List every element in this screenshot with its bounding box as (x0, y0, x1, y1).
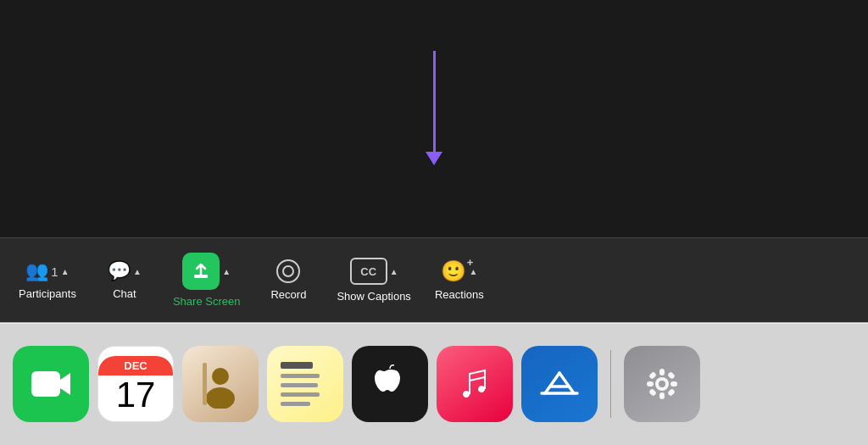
svg-rect-18 (648, 388, 657, 397)
svg-marker-2 (60, 373, 70, 395)
svg-rect-14 (647, 381, 654, 387)
arrow-annotation (426, 51, 442, 165)
dock-icon-contacts[interactable] (182, 346, 259, 422)
svg-point-11 (659, 381, 665, 387)
show-captions-label: Show Captions (337, 290, 410, 303)
record-icon (276, 259, 300, 283)
svg-rect-0 (194, 275, 208, 278)
system-preferences-icon (638, 360, 686, 408)
share-screen-chevron: ▲ (222, 267, 231, 276)
toolbar-item-share-screen[interactable]: ▲ Share Screen (163, 246, 251, 314)
cc-icon: CC (350, 258, 387, 285)
svg-rect-15 (670, 381, 677, 387)
record-icon-area (276, 259, 300, 283)
svg-rect-19 (667, 388, 676, 397)
dock-icon-notes[interactable] (267, 346, 343, 422)
reactions-label: Reactions (435, 288, 484, 301)
reactions-icon: 🙂 (441, 259, 466, 282)
arrow-line (433, 51, 436, 153)
notes-content (274, 355, 337, 413)
notes-line-5 (281, 402, 310, 406)
share-screen-button[interactable] (182, 253, 220, 290)
calendar-date: 17 (116, 377, 156, 413)
svg-point-3 (212, 368, 229, 385)
arrow-head (426, 152, 442, 165)
share-screen-icon (192, 262, 210, 281)
apple-tv-icon (369, 363, 411, 405)
svg-rect-13 (659, 392, 665, 399)
svg-rect-17 (667, 371, 676, 380)
notes-line-2 (281, 374, 320, 378)
dock-icon-apple-tv[interactable] (352, 346, 428, 422)
participants-icon: 👥 (25, 260, 48, 282)
dock-icon-app-store[interactable] (521, 346, 598, 422)
dock-icon-music[interactable] (437, 346, 513, 422)
notes-line-3 (281, 383, 318, 387)
svg-point-4 (206, 387, 235, 409)
share-screen-icon-area: ▲ (182, 253, 231, 290)
share-screen-label: Share Screen (173, 295, 241, 308)
svg-rect-12 (659, 369, 665, 375)
notes-line-1 (281, 362, 313, 369)
app-store-icon (537, 361, 582, 407)
music-icon (453, 362, 497, 406)
contacts-icon (196, 359, 245, 409)
reactions-icon-wrapper: 🙂 + (441, 259, 466, 283)
svg-rect-5 (203, 363, 207, 405)
toolbar: 👥 1 ▲ Participants 💬 ▲ Chat ▲ Share Scre… (0, 237, 868, 322)
chat-icon-area: 💬 ▲ (108, 260, 142, 282)
dock-icon-system-preferences[interactable] (624, 346, 700, 422)
record-inner-circle (282, 265, 294, 277)
svg-rect-1 (31, 371, 60, 397)
record-label: Record (270, 288, 306, 301)
participants-icon-area: 👥 1 ▲ (25, 260, 69, 282)
chat-chevron: ▲ (133, 267, 142, 276)
svg-line-6 (545, 373, 559, 393)
toolbar-item-participants[interactable]: 👥 1 ▲ Participants (8, 253, 86, 307)
show-captions-icon-area: CC ▲ (350, 258, 398, 285)
participants-badge: 1 (51, 264, 58, 279)
show-captions-chevron: ▲ (390, 267, 398, 276)
notes-line-4 (281, 392, 320, 397)
participants-chevron: ▲ (61, 267, 70, 276)
dock: DEC 17 (0, 322, 868, 445)
participants-label: Participants (19, 287, 76, 300)
toolbar-item-record[interactable]: Record (250, 253, 326, 308)
video-area (0, 0, 868, 237)
dock-icon-calendar[interactable]: DEC 17 (97, 346, 174, 422)
dock-icon-facetime[interactable] (13, 346, 89, 422)
svg-line-7 (559, 373, 574, 393)
facetime-icon (28, 361, 74, 407)
toolbar-item-show-captions[interactable]: CC ▲ Show Captions (326, 251, 420, 309)
toolbar-item-reactions[interactable]: 🙂 + ▲ Reactions (421, 253, 498, 308)
reactions-plus: + (467, 256, 474, 269)
dock-divider (610, 350, 611, 418)
toolbar-item-chat[interactable]: 💬 ▲ Chat (86, 253, 163, 307)
reactions-icon-area: 🙂 + ▲ (441, 259, 477, 283)
chat-icon: 💬 (108, 260, 131, 282)
svg-rect-16 (648, 371, 657, 380)
chat-label: Chat (113, 287, 136, 300)
calendar-month: DEC (98, 356, 173, 375)
